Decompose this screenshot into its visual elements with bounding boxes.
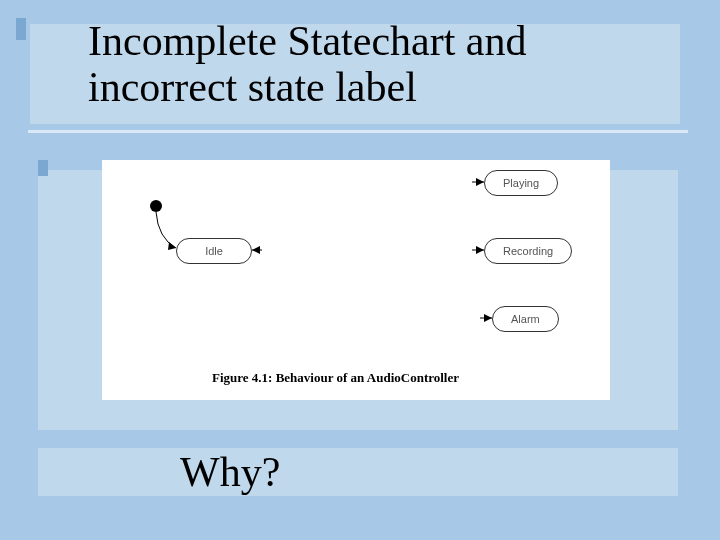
state-alarm-label: Alarm bbox=[511, 313, 540, 325]
title-underline bbox=[28, 130, 688, 133]
state-idle: Idle bbox=[176, 238, 252, 264]
slide-accent-top bbox=[16, 18, 26, 40]
figure-caption: Figure 4.1: Behaviour of an AudioControl… bbox=[212, 370, 459, 386]
state-recording-label: Recording bbox=[503, 245, 553, 257]
state-alarm: Alarm bbox=[492, 306, 559, 332]
svg-marker-8 bbox=[484, 314, 492, 322]
statechart-diagram: Idle Playing Recording Alarm Figure 4.1:… bbox=[102, 160, 610, 400]
why-question: Why? bbox=[180, 448, 280, 496]
svg-marker-6 bbox=[476, 246, 484, 254]
slide-title: Incomplete Statechart and incorrect stat… bbox=[88, 18, 688, 110]
state-playing: Playing bbox=[484, 170, 558, 196]
state-idle-label: Idle bbox=[205, 245, 223, 257]
slide-accent-body bbox=[38, 160, 48, 176]
svg-marker-0 bbox=[168, 242, 176, 250]
transition-lines bbox=[102, 160, 610, 400]
svg-marker-4 bbox=[476, 178, 484, 186]
svg-marker-2 bbox=[252, 246, 260, 254]
title-line-1: Incomplete Statechart and bbox=[88, 18, 688, 64]
footer-shadow bbox=[38, 448, 678, 496]
state-recording: Recording bbox=[484, 238, 572, 264]
state-playing-label: Playing bbox=[503, 177, 539, 189]
title-line-2: incorrect state label bbox=[88, 64, 688, 110]
